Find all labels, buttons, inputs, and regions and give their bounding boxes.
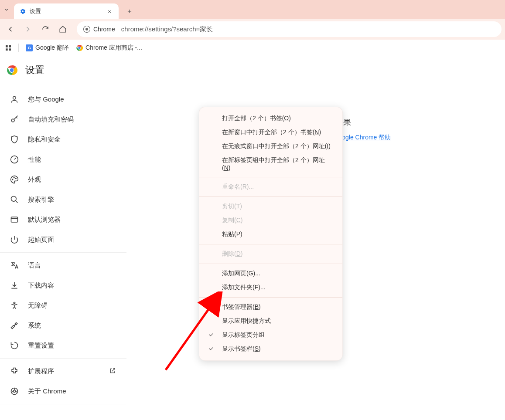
sidebar-item-label: 起始页面 xyxy=(28,236,54,244)
settings-page: 设置 您与 Google自动填充和密码隐私和安全性能外观搜索引擎默认浏览器起始页… xyxy=(0,56,505,420)
sidebar-item-label: 隐私和安全 xyxy=(28,135,61,144)
webstore-favicon xyxy=(76,44,83,51)
bookmark-google-translate[interactable]: G Google 翻译 xyxy=(24,44,71,52)
apps-icon[interactable] xyxy=(3,43,13,53)
separator xyxy=(18,44,19,52)
accessibility-icon xyxy=(10,301,19,310)
shield-icon xyxy=(10,135,19,144)
sidebar-item[interactable]: 起始页面 xyxy=(0,230,126,250)
context-menu-item[interactable]: 显示书签栏(S) xyxy=(199,342,342,356)
sidebar-item-label: 外观 xyxy=(28,176,41,184)
power-icon xyxy=(10,235,19,244)
sidebar-item-label: 系统 xyxy=(28,322,41,330)
chrome-icon xyxy=(83,25,91,33)
chrome-logo-icon xyxy=(6,64,17,76)
check-icon xyxy=(208,332,215,339)
back-button[interactable] xyxy=(3,22,17,36)
context-menu-item[interactable]: 显示应用快捷方式 xyxy=(199,314,342,328)
settings-header: 设置 xyxy=(0,56,44,84)
bookmark-chrome-webstore[interactable]: Chrome 应用商店 -... xyxy=(74,44,144,52)
chrome-chip: Chrome xyxy=(83,25,115,33)
sidebar-item[interactable]: 搜索引擎 xyxy=(0,190,126,210)
search-icon xyxy=(10,195,19,204)
context-menu-item: 重命名(R)... xyxy=(199,180,342,194)
svg-point-12 xyxy=(13,96,16,99)
new-tab-button[interactable] xyxy=(123,5,136,18)
palette-icon xyxy=(10,175,19,184)
download-icon xyxy=(10,281,19,290)
sidebar-item[interactable]: 隐私和安全 xyxy=(0,129,126,149)
sidebar-item-label: 重置设置 xyxy=(28,342,54,350)
svg-rect-2 xyxy=(6,45,8,47)
context-menu-item[interactable]: 在新标签页组中打开全部（2 个）网址(N) xyxy=(199,153,342,174)
sidebar-item[interactable]: 默认浏览器 xyxy=(0,210,126,230)
sidebar-item-label: 下载内容 xyxy=(28,281,54,290)
sidebar-item[interactable]: 系统 xyxy=(0,315,126,335)
sidebar-item[interactable]: 无障碍 xyxy=(0,295,126,315)
svg-point-1 xyxy=(85,28,88,30)
sidebar-item-label: 扩展程序 xyxy=(28,367,54,376)
url-text: chrome://settings/?search=家长 xyxy=(121,25,213,34)
svg-point-11 xyxy=(10,68,14,72)
speed-icon xyxy=(10,155,19,164)
sidebar-item[interactable]: 扩展程序 xyxy=(0,361,126,381)
sidebar-item-label: 您与 Google xyxy=(28,95,64,104)
check-icon xyxy=(208,345,215,352)
settings-sidebar: 您与 Google自动填充和密码隐私和安全性能外观搜索引擎默认浏览器起始页面语言… xyxy=(0,56,126,420)
reset-icon xyxy=(10,341,19,350)
reload-button[interactable] xyxy=(38,22,52,36)
context-menu-item[interactable]: 粘贴(P) xyxy=(199,227,342,241)
sidebar-item[interactable]: 重置设置 xyxy=(0,335,126,356)
chrome-icon xyxy=(10,386,19,396)
close-icon[interactable] xyxy=(106,7,113,15)
svg-point-19 xyxy=(14,302,15,304)
context-menu-item[interactable]: 在新窗口中打开全部（2 个）书签(N) xyxy=(199,125,342,139)
svg-point-14 xyxy=(12,179,13,180)
browser-tab[interactable]: 设置 xyxy=(14,3,119,19)
sidebar-item[interactable]: 自动填充和密码 xyxy=(0,109,126,129)
sidebar-item[interactable]: 语言 xyxy=(0,255,126,275)
context-menu: 打开全部（2 个）书签(O)在新窗口中打开全部（2 个）书签(N)在无痕式窗口中… xyxy=(199,107,343,361)
context-menu-item: 复制(C) xyxy=(199,213,342,227)
sidebar-item[interactable]: 性能 xyxy=(0,149,126,169)
translate-favicon: G xyxy=(26,44,33,51)
context-menu-item[interactable]: 显示标签页分组 xyxy=(199,328,342,342)
sidebar-item[interactable]: 下载内容 xyxy=(0,275,126,295)
sidebar-item[interactable]: 您与 Google xyxy=(0,89,126,109)
sidebar-item-label: 无障碍 xyxy=(28,301,48,310)
sidebar-item[interactable]: 关于 Chrome xyxy=(0,381,126,401)
context-menu-item[interactable]: 在无痕式窗口中打开全部（2 个）网址(I) xyxy=(199,139,342,153)
svg-point-21 xyxy=(14,390,16,393)
context-menu-item[interactable]: 添加文件夹(F)... xyxy=(199,281,342,295)
omnibox[interactable]: Chrome chrome://settings/?search=家长 xyxy=(77,21,502,37)
svg-point-9 xyxy=(78,47,80,49)
sidebar-item-label: 语言 xyxy=(28,261,41,270)
external-link-icon xyxy=(109,367,117,375)
tab-search-dropdown[interactable] xyxy=(0,0,13,19)
bookmarks-bar: G Google 翻译 Chrome 应用商店 -... xyxy=(0,40,505,56)
context-menu-item[interactable]: 添加网页(G)... xyxy=(199,267,342,281)
sidebar-item[interactable]: 外观 xyxy=(0,169,126,190)
svg-point-16 xyxy=(16,178,17,179)
sidebar-item-label: 搜索引擎 xyxy=(28,196,54,204)
extension-icon xyxy=(10,366,19,376)
svg-point-17 xyxy=(11,196,17,202)
forward-button[interactable] xyxy=(21,22,35,36)
tab-strip: 设置 xyxy=(0,0,505,19)
toolbar: Chrome chrome://settings/?search=家长 xyxy=(0,19,505,40)
translate-icon xyxy=(10,261,19,270)
context-menu-item[interactable]: 书签管理器(B) xyxy=(199,300,342,314)
svg-rect-5 xyxy=(9,48,11,51)
home-button[interactable] xyxy=(56,22,70,36)
gear-icon xyxy=(19,8,26,15)
browser-icon xyxy=(10,215,19,224)
context-menu-item[interactable]: 打开全部（2 个）书签(O) xyxy=(199,112,342,125)
key-icon xyxy=(10,115,19,124)
context-menu-item: 剪切(T) xyxy=(199,200,342,213)
context-menu-item: 删除(D) xyxy=(199,247,342,261)
svg-rect-3 xyxy=(9,45,11,47)
page-title: 设置 xyxy=(25,64,44,77)
tab-title: 设置 xyxy=(30,7,102,15)
svg-point-15 xyxy=(14,177,14,178)
sidebar-item-label: 性能 xyxy=(28,156,41,164)
